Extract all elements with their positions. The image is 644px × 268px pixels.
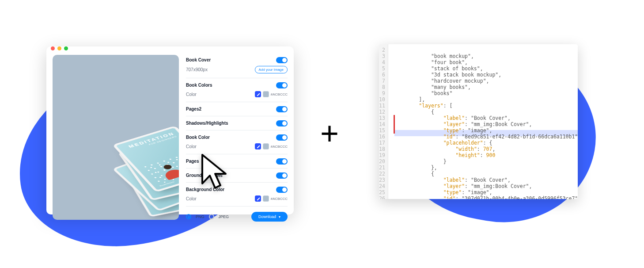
code-line[interactable]: "books" [394,90,578,96]
section-pages2: Pages2 [186,107,201,111]
code-line[interactable]: "type": "image", [394,127,578,134]
format-radio-group: PNG JPEG [186,214,229,219]
radio-png[interactable] [186,214,191,219]
code-line[interactable]: "width": 707, [394,146,578,152]
chevron-down-icon: ▾ [279,215,280,219]
code-body[interactable]: "book mockup", "four book", "stack of bo… [388,44,578,199]
section-book-colors: Book Colors [186,83,212,88]
preview-surface[interactable]: MEDITATION FOR BEGINNERS Ronald Richards [53,55,179,220]
code-line[interactable]: "label": "Book Cover", [394,177,578,183]
plus-separator: + [320,115,339,151]
code-line[interactable]: "label": "Book Cover", [394,115,578,121]
code-editor-window: 2345678910111213141516171819202122232425… [379,44,578,199]
code-line[interactable]: { [394,171,578,177]
color-hex-1: #ACBCCC [271,92,288,96]
color-hex-2: #ACBCCC [271,145,288,149]
section-pages: Pages [186,159,199,164]
color-label-1: Color [186,92,197,97]
code-line[interactable]: "many books", [394,84,578,90]
toggle-book-cover[interactable] [276,57,288,63]
code-line[interactable]: { [394,109,578,115]
code-line[interactable]: "height": 900 [394,152,578,158]
toggle-book-colors[interactable] [276,82,288,88]
color-label-2: Color [186,144,197,149]
color-picker-icon-2[interactable] [255,143,261,149]
mockup-editor-window: MEDITATION FOR BEGINNERS Ronald Richards… [46,46,294,214]
color-picker-icon[interactable] [255,91,261,97]
dimensions-label: 707x900px [186,67,208,72]
code-line[interactable]: "placeholder": { [394,140,578,146]
code-line[interactable]: "id": "307d071b-00b4-4b0e-a306-0d5996f53… [394,195,578,199]
toggle-bgcolor[interactable] [276,187,288,193]
code-line[interactable]: "layer": "mm_img:Book Cover", [394,183,578,189]
preview-pane: MEDITATION FOR BEGINNERS Ronald Richards [46,50,183,226]
code-line[interactable]: "layer": "mm_img:Book Cover", [394,121,578,127]
cursor-arrow-icon [200,153,231,192]
section-shadows: Shadows/Highlights [186,121,228,126]
radio-png-label: PNG [196,214,205,219]
section-book-cover: Book Cover [186,57,211,62]
toggle-pages2[interactable] [276,106,288,112]
code-line[interactable]: } [394,158,578,165]
settings-panel: Book Cover 707x900px Add your Image Book… [183,50,294,226]
minimize-dot[interactable] [57,46,61,50]
color-swatch-2[interactable] [263,143,269,149]
code-line[interactable]: ], [394,96,578,103]
color-hex-3: #ACBCCC [271,197,288,201]
code-line[interactable]: "type": "image", [394,189,578,195]
zoom-dot[interactable] [64,46,68,50]
add-image-button[interactable]: Add your Image [255,66,288,73]
radio-jpeg[interactable] [209,214,214,219]
code-line[interactable]: "hardcover mockup", [394,78,578,84]
code-line[interactable]: "stack of books", [394,65,578,72]
window-titlebar [46,46,294,50]
code-line[interactable]: "3d stack book mockup", [394,72,578,78]
code-line[interactable]: "four book", [394,59,578,65]
color-picker-icon-3[interactable] [255,195,261,202]
download-button[interactable]: Download▾ [251,212,288,222]
toggle-book-color[interactable] [276,134,288,141]
code-line[interactable]: "id": "8ed9c851-ef42-4d82-bf1d-66dca6a11… [394,134,578,140]
toggle-pages[interactable] [276,158,288,165]
color-swatch-3[interactable] [263,195,269,202]
toggle-ground[interactable] [276,172,288,179]
color-swatch-1[interactable] [263,91,269,97]
code-line[interactable]: }, [394,165,578,171]
cover-title: MEDITATION FOR BEGINNERS [122,131,178,152]
line-number-gutter: 2345678910111213141516171819202122232425… [379,44,388,199]
close-dot[interactable] [51,46,55,50]
radio-jpeg-label: JPEG [219,214,229,219]
toggle-shadows[interactable] [276,120,288,126]
code-line[interactable]: "book mockup", [394,53,578,59]
code-line[interactable]: "layers": [ [394,103,578,109]
section-book-color: Book Color [186,135,210,140]
color-label-3: Color [186,196,197,201]
